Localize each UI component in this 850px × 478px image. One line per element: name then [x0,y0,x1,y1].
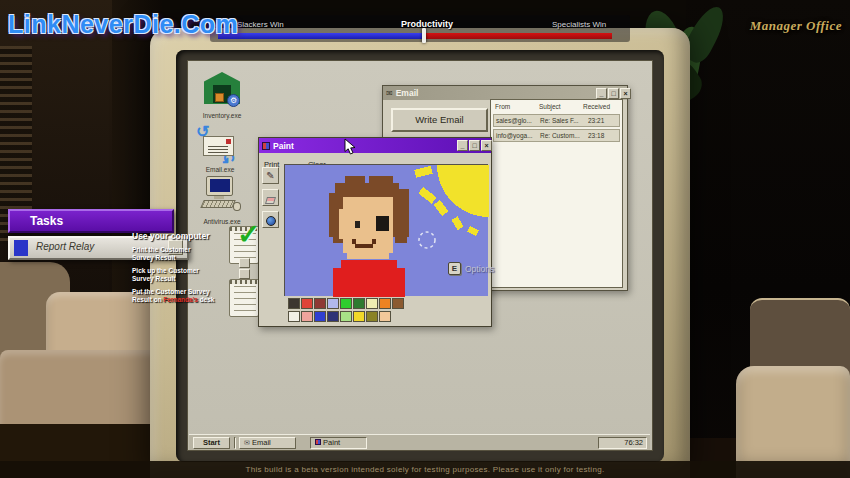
palette-swatch[interactable] [340,298,352,309]
step-line: Result on Fernanda's desk [132,296,240,304]
palette-swatch[interactable] [353,298,365,309]
step-line: Print the Customer [132,246,240,254]
palette-row-2 [288,311,392,322]
productivity-bar-red [424,33,612,39]
palette-swatch[interactable] [288,311,300,322]
watermark: LinkNeverDie.Com [8,10,238,39]
beta-banner: This build is a beta version intended so… [0,461,850,478]
paint-canvas[interactable]: E Options [284,164,488,296]
palette-swatch[interactable] [327,298,339,309]
email-icon: ✉ [244,439,250,446]
minimize-button[interactable]: _ [457,140,468,151]
palette-swatch[interactable] [340,311,352,322]
palette-swatch[interactable] [301,298,313,309]
address-lines [208,146,228,154]
column-subject: Subject [539,103,561,110]
write-email-button[interactable]: Write Email [391,108,488,132]
paint-app-icon [262,142,270,150]
close-button[interactable]: × [481,140,492,151]
options-prompt[interactable]: E Options [448,262,494,275]
palette-swatch[interactable] [392,298,404,309]
email-from: sales@glo... [496,117,532,124]
envelope-icon [203,136,234,156]
maximize-button[interactable]: □ [608,88,619,99]
start-label: Start [203,438,220,447]
palette-swatch[interactable] [379,311,391,322]
palette-swatch[interactable] [288,298,300,309]
email-window-titlebar[interactable]: ✉ Email [383,86,627,100]
desktop-icon-inventory[interactable]: ⚙ Inventory.exe [200,72,244,124]
slackers-win-label: Slackers Win [237,20,284,29]
keyboard-icon [200,200,236,208]
paint-window-title: Paint [273,141,294,151]
palette-swatch[interactable] [301,311,313,322]
objective-step: Put the Customer Survey Result on Fernan… [132,288,240,304]
tasks-title: Tasks [30,214,63,228]
write-email-label: Write Email [415,114,463,125]
email-window-title: Email [396,88,419,98]
step-line: Pick up the Customer [132,267,240,275]
globe-icon [266,216,276,226]
eraser-tool-button[interactable] [262,189,279,206]
email-received: 23:21 [588,117,604,124]
pixel-art-drawing [285,165,489,297]
options-prompt-label: Options [465,264,494,274]
monitor-stand [214,196,224,199]
close-button[interactable]: × [620,88,631,99]
key-e-icon: E [448,262,461,275]
palette-row-1 [288,298,405,309]
task-color-tag [14,240,28,256]
palette-swatch[interactable] [366,311,378,322]
mouse-cursor-icon [344,138,356,156]
icon-label: Inventory.exe [190,112,254,119]
email-row[interactable]: sales@glo... Re: Sales F... 23:21 [493,114,620,127]
palette-swatch[interactable] [314,311,326,322]
location-label: Manager Office [730,16,842,34]
palette-swatch[interactable] [353,311,365,322]
crate-icon [215,93,224,102]
taskbar: Start ✉ Email Paint 76:32 [189,434,650,450]
taskbar-tab-email[interactable]: ✉ Email [239,437,296,449]
computer-icon [206,176,233,196]
crt-screen [210,179,230,192]
palette-swatch[interactable] [379,298,391,309]
icon-label: Email.exe [188,166,252,173]
clock-value: 76:32 [624,438,643,447]
tab-label: Email [252,438,271,447]
email-icon: ✉ [386,89,393,98]
palette-swatch[interactable] [314,298,326,309]
fill-tool-button[interactable] [262,211,279,228]
pencil-tool-button[interactable]: ✎ [262,167,279,184]
pencil-icon: ✎ [266,170,274,181]
beta-banner-text: This build is a beta version intended so… [246,465,605,474]
objective-step: Pick up the Customer Survey Result [132,267,240,283]
email-subject: Re: Sales F... [540,117,579,124]
maximize-button[interactable]: □ [469,140,480,151]
productivity-bar-blue [218,33,424,39]
gear-icon: ⚙ [227,94,240,107]
step-text: Result on [132,296,163,303]
taskbar-clock: 76:32 [598,437,647,449]
taskbar-divider [234,437,236,449]
palette-swatch[interactable] [327,311,339,322]
productivity-marker [422,28,426,43]
email-list: From Subject Received sales@glo... Re: S… [490,99,623,288]
column-from: From [495,103,510,110]
brush-cursor-icon [419,232,435,248]
objective-panel: Use your computer Print the Customer Sur… [132,231,240,304]
mouse-icon [233,202,241,211]
task-item-label: Report Relay [36,241,94,252]
email-received: 23:18 [588,132,604,139]
start-button[interactable]: Start [193,437,230,449]
notepad-tab [239,258,250,268]
step-line: Put the Customer Survey [132,288,240,296]
tab-label: Paint [323,438,340,447]
step-text: desk [198,296,215,303]
palette-swatch[interactable] [366,298,378,309]
minimize-button[interactable]: _ [596,88,607,99]
objective-step: Print the Customer Survey Result [132,246,240,262]
desktop-icon-email[interactable]: ↺ ↺ Email.exe [196,126,248,178]
taskbar-tab-paint[interactable]: Paint [310,437,367,449]
stamp [226,139,231,144]
email-row[interactable]: info@yoga... Re: Custom... 23:18 [493,129,620,142]
